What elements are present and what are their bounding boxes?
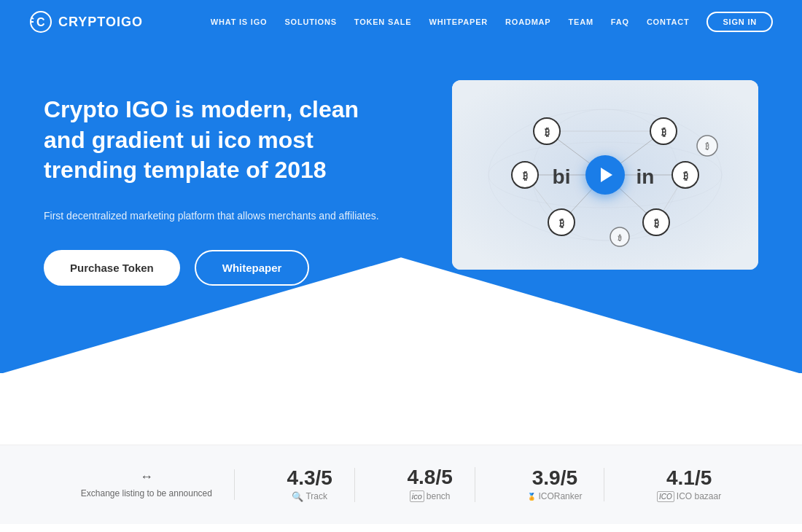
bench-icon: ico xyxy=(410,490,424,502)
svg-text:₿: ₿ xyxy=(618,234,622,242)
stat-ico-bazaar: 4.1/5 ICO ICO bazaar xyxy=(635,468,743,502)
hero-subtitle: First decentralized marketing platform t… xyxy=(44,208,379,224)
exchange-listing: ↔ Exchange listing to be announced xyxy=(59,469,235,500)
stats-section: ↔ Exchange listing to be announced 4.3/5… xyxy=(0,445,802,524)
header: C CRYPTOIGO WHAT IS IGO SOLUTIONS TOKEN … xyxy=(0,0,802,44)
svg-text:₿: ₿ xyxy=(661,126,666,138)
svg-text:in: in xyxy=(636,165,655,188)
svg-text:₿: ₿ xyxy=(654,217,659,229)
nav-team[interactable]: TEAM xyxy=(568,17,593,26)
track-platform: 🔍 Track xyxy=(292,491,327,502)
track-icon: 🔍 xyxy=(292,491,303,502)
hero-title: Crypto IGO is modern, clean and gradient… xyxy=(44,95,379,186)
logo-text: CRYPTOIGO xyxy=(58,15,143,30)
bench-platform: ico bench xyxy=(410,490,451,502)
exchange-arrows-icon: ↔ xyxy=(140,469,153,485)
hero-section: Crypto IGO is modern, clean and gradient… xyxy=(0,44,802,373)
svg-text:bi: bi xyxy=(553,165,571,188)
nav-whitepaper[interactable]: WHITEPAPER xyxy=(429,17,488,26)
svg-text:₿: ₿ xyxy=(683,170,688,181)
ico-bazaar-platform: ICO ICO bazaar xyxy=(657,491,721,502)
purchase-token-button[interactable]: Purchase Token xyxy=(44,250,180,286)
ico-bazaar-icon: ICO xyxy=(657,491,674,502)
stat-bench: 4.8/5 ico bench xyxy=(385,467,475,502)
video-content: ₿ ₿ ₿ ₿ ₿ ₿ bi in xyxy=(452,80,758,270)
stat-track: 4.3/5 🔍 Track xyxy=(265,468,355,502)
nav-what-is-igo[interactable]: WHAT IS IGO xyxy=(211,17,268,26)
logo: C CRYPTOIGO xyxy=(29,10,143,34)
svg-text:₿: ₿ xyxy=(523,170,528,181)
hero-buttons: Purchase Token Whitepaper xyxy=(44,250,379,286)
stat-ico-ranker: 3.9/5 🏅 ICORanker xyxy=(505,468,604,501)
ico-ranker-platform: 🏅 ICORanker xyxy=(527,491,582,501)
nav-contact[interactable]: CONTACT xyxy=(647,17,690,26)
whitepaper-button[interactable]: Whitepaper xyxy=(195,250,310,286)
svg-text:C: C xyxy=(36,16,46,28)
hero-gap xyxy=(0,373,802,446)
bench-rating: 4.8/5 xyxy=(407,467,452,488)
svg-text:₿: ₿ xyxy=(545,126,550,138)
nav-solutions[interactable]: SOLUTIONS xyxy=(284,17,336,26)
nav-faq[interactable]: FAQ xyxy=(611,17,629,26)
svg-text:₿: ₿ xyxy=(705,142,709,151)
play-button[interactable] xyxy=(585,155,625,195)
nav-roadmap[interactable]: ROADMAP xyxy=(505,17,550,26)
logo-icon: C xyxy=(29,10,52,34)
track-rating: 4.3/5 xyxy=(287,468,332,488)
nav-token-sale[interactable]: TOKEN SALE xyxy=(354,17,412,26)
sign-in-button[interactable]: SIGN IN xyxy=(706,12,773,32)
svg-text:₿: ₿ xyxy=(559,217,564,229)
ico-ranker-icon: 🏅 xyxy=(527,493,536,501)
ico-ranker-rating: 3.9/5 xyxy=(532,468,577,488)
main-nav: WHAT IS IGO SOLUTIONS TOKEN SALE WHITEPA… xyxy=(211,12,773,32)
hero-left: Crypto IGO is modern, clean and gradient… xyxy=(44,80,379,286)
hero-video: ₿ ₿ ₿ ₿ ₿ ₿ bi in xyxy=(452,80,758,270)
exchange-label: Exchange listing to be announced xyxy=(81,488,212,500)
ico-bazaar-rating: 4.1/5 xyxy=(666,468,712,488)
